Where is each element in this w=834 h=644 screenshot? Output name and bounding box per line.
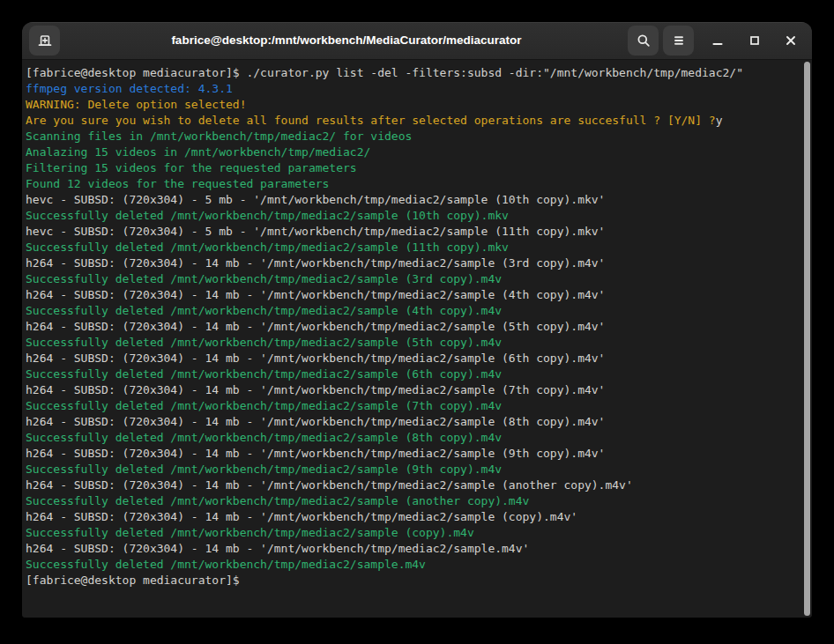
new-tab-button[interactable] — [29, 26, 60, 56]
terminal-line: [fabrice@desktop mediacurator]$ ./curato… — [26, 65, 812, 81]
maximize-icon — [748, 33, 762, 48]
terminal-line: [fabrice@desktop mediacurator]$ — [26, 573, 812, 588]
new-tab-icon — [38, 33, 52, 48]
terminal-line: hevc - SUBSD: (720x304) - 5 mb - '/mnt/w… — [26, 192, 812, 208]
terminal-window: fabrice@desktop:/mnt/workbench/MediaCura… — [22, 22, 812, 618]
terminal-line: Successfully deleted /mnt/workbench/tmp/… — [26, 493, 812, 509]
maximize-button[interactable] — [744, 30, 765, 51]
terminal-line: h264 - SUBSD: (720x304) - 14 mb - '/mnt/… — [26, 382, 812, 398]
terminal-line: Found 12 videos for the requested parame… — [26, 176, 812, 192]
menu-icon — [672, 33, 686, 48]
terminal-line: Successfully deleted /mnt/workbench/tmp/… — [26, 430, 812, 446]
terminal-line: ffmpeg version detected: 4.3.1 — [26, 81, 812, 97]
terminal-line: h264 - SUBSD: (720x304) - 14 mb - '/mnt/… — [26, 351, 812, 366]
terminal-line: Analazing 15 videos in /mnt/workbench/tm… — [26, 144, 812, 160]
window-title: fabrice@desktop:/mnt/workbench/MediaCura… — [75, 22, 618, 59]
close-icon — [784, 33, 798, 48]
terminal-line: Successfully deleted /mnt/workbench/tmp/… — [26, 240, 812, 255]
search-button[interactable] — [628, 26, 659, 56]
terminal-line: h264 - SUBSD: (720x304) - 14 mb - '/mnt/… — [26, 446, 812, 462]
terminal-line: Successfully deleted /mnt/workbench/tmp/… — [26, 462, 812, 477]
terminal-line: Successfully deleted /mnt/workbench/tmp/… — [26, 525, 812, 541]
minimize-icon — [711, 33, 725, 48]
terminal-line: Successfully deleted /mnt/workbench/tmp/… — [26, 303, 812, 319]
titlebar[interactable]: fabrice@desktop:/mnt/workbench/MediaCura… — [22, 22, 812, 60]
terminal-line: Successfully deleted /mnt/workbench/tmp/… — [26, 557, 812, 573]
search-icon — [637, 33, 651, 48]
terminal-line: Successfully deleted /mnt/workbench/tmp/… — [26, 271, 812, 287]
terminal-line: Are you sure you wish to delete all foun… — [26, 113, 812, 129]
terminal-line: Successfully deleted /mnt/workbench/tmp/… — [26, 335, 812, 351]
terminal-line: Filtering 15 videos for the requested pa… — [26, 160, 812, 176]
terminal-line: h264 - SUBSD: (720x304) - 14 mb - '/mnt/… — [26, 509, 812, 525]
terminal-line: h264 - SUBSD: (720x304) - 14 mb - '/mnt/… — [26, 414, 812, 430]
minimize-button[interactable] — [707, 30, 728, 51]
terminal-line: hevc - SUBSD: (720x304) - 5 mb - '/mnt/w… — [26, 224, 812, 240]
terminal-line: WARNING: Delete option selected! — [26, 97, 812, 113]
terminal-line: h264 - SUBSD: (720x304) - 14 mb - '/mnt/… — [26, 287, 812, 303]
terminal-line: h264 - SUBSD: (720x304) - 14 mb - '/mnt/… — [26, 477, 812, 493]
terminal-line: Successfully deleted /mnt/workbench/tmp/… — [26, 398, 812, 414]
terminal-line: Successfully deleted /mnt/workbench/tmp/… — [26, 208, 812, 224]
terminal-line: Successfully deleted /mnt/workbench/tmp/… — [26, 366, 812, 382]
terminal-line: h264 - SUBSD: (720x304) - 14 mb - '/mnt/… — [26, 541, 812, 557]
terminal-output-text: [fabrice@desktop mediacurator]$ ./curato… — [26, 65, 812, 588]
scrollbar-thumb[interactable] — [804, 62, 810, 616]
close-button[interactable] — [780, 30, 801, 51]
menu-button[interactable] — [663, 26, 694, 56]
terminal-output[interactable]: [fabrice@desktop mediacurator]$ ./curato… — [22, 60, 812, 618]
terminal-line: h264 - SUBSD: (720x304) - 14 mb - '/mnt/… — [26, 255, 812, 271]
terminal-line: Scanning files in /mnt/workbench/tmp/med… — [26, 129, 812, 144]
terminal-line: h264 - SUBSD: (720x304) - 14 mb - '/mnt/… — [26, 319, 812, 335]
